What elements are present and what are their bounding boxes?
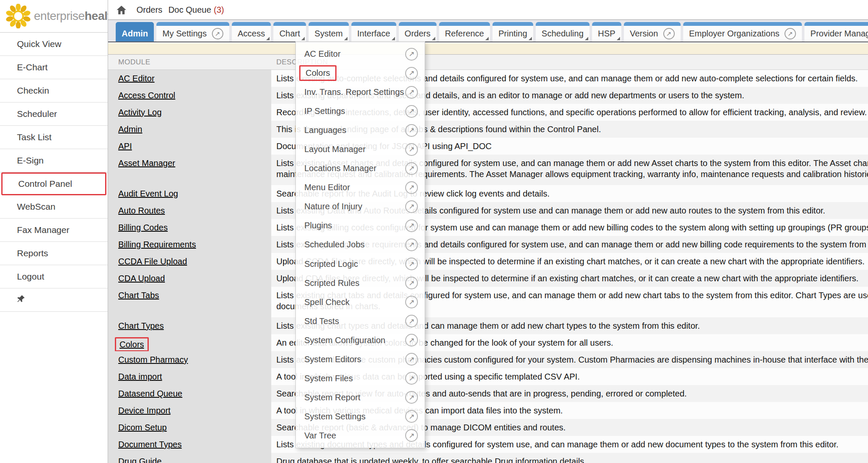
menu-item-std-tests[interactable]: Std Tests↗: [296, 312, 425, 331]
tab-my-settings[interactable]: My Settings↗: [156, 22, 229, 42]
tab-orders[interactable]: Orders: [399, 22, 437, 42]
external-link-icon[interactable]: ↗: [405, 429, 418, 442]
menu-item-ac-editor[interactable]: AC Editor↗: [296, 44, 425, 64]
menu-item-scripted-rules[interactable]: Scripted Rules↗: [296, 274, 425, 293]
external-link-icon[interactable]: ↗: [212, 28, 223, 39]
external-link-icon[interactable]: ↗: [663, 28, 675, 39]
module-link-activity-log[interactable]: Activity Log: [118, 108, 161, 117]
sidebar-item-checkin[interactable]: Checkin: [0, 79, 108, 103]
external-link-icon[interactable]: ↗: [405, 372, 418, 385]
tab-hsp[interactable]: HSP: [592, 22, 621, 42]
tab-printing[interactable]: Printing: [492, 22, 533, 42]
module-link-document-types[interactable]: Document Types: [118, 440, 182, 449]
tab-provider-management[interactable]: Provider Management↗: [804, 22, 868, 42]
menu-item-colors[interactable]: Colors↗: [296, 64, 425, 83]
breadcrumb-orders[interactable]: Orders: [136, 5, 162, 15]
external-link-icon[interactable]: ↗: [405, 48, 418, 61]
external-link-icon[interactable]: ↗: [405, 334, 418, 347]
module-link-chart-types[interactable]: Chart Types: [118, 321, 164, 330]
external-link-icon[interactable]: ↗: [405, 105, 418, 118]
menu-item-ip-settings[interactable]: IP Settings↗: [296, 102, 425, 121]
external-link-icon[interactable]: ↗: [405, 353, 418, 366]
module-link-chart-tabs[interactable]: Chart Tabs: [118, 291, 159, 300]
home-icon[interactable]: [116, 4, 127, 16]
module-link-access-control[interactable]: Access Control: [118, 91, 175, 100]
tab-version[interactable]: Version↗: [624, 22, 681, 42]
menu-item-system-report[interactable]: System Report↗: [296, 388, 425, 407]
menu-item-menu-editor[interactable]: Menu Editor↗: [296, 178, 425, 197]
external-link-icon[interactable]: ↗: [405, 143, 418, 156]
external-link-icon[interactable]: ↗: [405, 200, 418, 213]
module-link-admin[interactable]: Admin: [118, 125, 142, 134]
external-link-icon[interactable]: ↗: [405, 410, 418, 423]
tab-admin[interactable]: Admin: [116, 22, 154, 42]
menu-item-plugins[interactable]: Plugins↗: [296, 216, 425, 235]
module-link-audit-event-log[interactable]: Audit Event Log: [118, 189, 178, 198]
sidebar-item-e-chart[interactable]: E-Chart: [0, 56, 108, 79]
sidebar-item-logout[interactable]: Logout: [0, 265, 108, 288]
menu-item-system-settings[interactable]: System Settings↗: [296, 407, 425, 426]
tab-employer-organizations[interactable]: Employer Organizations↗: [683, 22, 802, 42]
sidebar-item-control-panel[interactable]: Control Panel: [1, 172, 106, 195]
cream-strip: [108, 43, 868, 54]
sidebar-item-scheduler[interactable]: Scheduler: [0, 103, 108, 126]
pin-icon[interactable]: [16, 294, 25, 304]
sidebar-item-reports[interactable]: Reports: [0, 242, 108, 265]
tab-scheduling[interactable]: Scheduling: [536, 22, 590, 42]
menu-item-system-configuration[interactable]: System Configuration↗: [296, 331, 425, 350]
menu-item-inv-trans-report-settings[interactable]: Inv. Trans. Report Settings↗: [296, 83, 425, 102]
module-link-ac-editor[interactable]: AC Editor: [118, 74, 155, 83]
menu-item-spell-check[interactable]: Spell Check↗: [296, 293, 425, 312]
tab-interface[interactable]: Interface: [351, 22, 396, 42]
module-link-billing-requirements[interactable]: Billing Requirements: [118, 240, 196, 249]
module-cell: Activity Log: [108, 104, 271, 121]
tab-reference[interactable]: Reference: [439, 22, 490, 42]
sidebar-item-task-list[interactable]: Task List: [0, 126, 108, 149]
menu-item-system-files[interactable]: System Files↗: [296, 369, 425, 388]
module-link-billing-codes[interactable]: Billing Codes: [118, 223, 168, 232]
module-link-auto-routes[interactable]: Auto Routes: [118, 206, 165, 215]
external-link-icon[interactable]: ↗: [405, 181, 418, 194]
sidebar-item-e-sign[interactable]: E-Sign: [0, 149, 108, 172]
menu-item-label: System Report: [304, 393, 360, 402]
module-link-api[interactable]: API: [118, 141, 132, 151]
external-link-icon[interactable]: ↗: [405, 86, 418, 99]
module-link-custom-pharmacy[interactable]: Custom Pharmacy: [118, 355, 188, 364]
sidebar-item-fax-manager[interactable]: Fax Manager: [0, 219, 108, 242]
external-link-icon[interactable]: ↗: [405, 67, 418, 80]
menu-item-scheduled-jobs[interactable]: Scheduled Jobs↗: [296, 235, 425, 254]
menu-item-layout-manager[interactable]: Layout Manager↗: [296, 140, 425, 159]
sidebar: enterprisehealth Quick ViewE-ChartChecki…: [0, 0, 108, 463]
external-link-icon[interactable]: ↗: [405, 296, 418, 308]
menu-item-var-tree[interactable]: Var Tree↗: [296, 426, 425, 445]
external-link-icon[interactable]: ↗: [405, 124, 418, 137]
module-link-device-import[interactable]: Device Import: [118, 406, 170, 415]
menu-item-scripted-logic[interactable]: Scripted Logic↗: [296, 255, 425, 274]
module-link-asset-manager[interactable]: Asset Manager: [118, 158, 175, 168]
breadcrumb-doc-queue[interactable]: Doc Queue: [168, 5, 211, 15]
sidebar-item-quick-view[interactable]: Quick View: [0, 33, 108, 56]
external-link-icon[interactable]: ↗: [405, 258, 418, 270]
external-link-icon[interactable]: ↗: [405, 219, 418, 232]
module-link-datasend-queue[interactable]: Datasend Queue: [118, 389, 182, 398]
module-link-cda-upload[interactable]: CDA Upload: [118, 274, 165, 283]
external-link-icon[interactable]: ↗: [405, 315, 418, 327]
tab-system[interactable]: System: [309, 22, 349, 42]
menu-item-nature-of-injury[interactable]: Nature of Injury↗: [296, 197, 425, 216]
menu-item-system-editors[interactable]: System Editors↗: [296, 350, 425, 369]
module-link-data-import[interactable]: Data import: [118, 372, 162, 381]
external-link-icon[interactable]: ↗: [405, 391, 418, 404]
menu-item-locations-manager[interactable]: Locations Manager↗: [296, 159, 425, 178]
module-link-colors[interactable]: Colors: [120, 340, 144, 349]
menu-item-languages[interactable]: Languages↗: [296, 121, 425, 140]
tab-access[interactable]: Access: [232, 22, 271, 42]
tab-chart[interactable]: Chart: [273, 22, 306, 42]
external-link-icon[interactable]: ↗: [405, 238, 418, 251]
module-link-ccda-file-upload[interactable]: CCDA File Upload: [118, 257, 187, 266]
external-link-icon[interactable]: ↗: [405, 277, 418, 289]
sidebar-item-webscan[interactable]: WebScan: [0, 195, 108, 219]
external-link-icon[interactable]: ↗: [785, 28, 796, 39]
module-link-drug-guide[interactable]: Drug Guide: [118, 457, 161, 463]
module-link-dicom-setup[interactable]: Dicom Setup: [118, 423, 167, 432]
external-link-icon[interactable]: ↗: [405, 162, 418, 175]
